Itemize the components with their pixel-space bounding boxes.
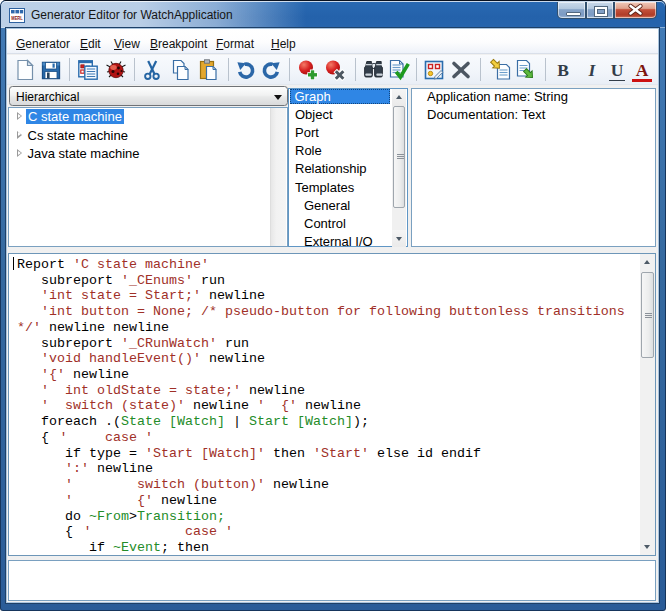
svg-text:MERL: MERL (11, 15, 23, 21)
